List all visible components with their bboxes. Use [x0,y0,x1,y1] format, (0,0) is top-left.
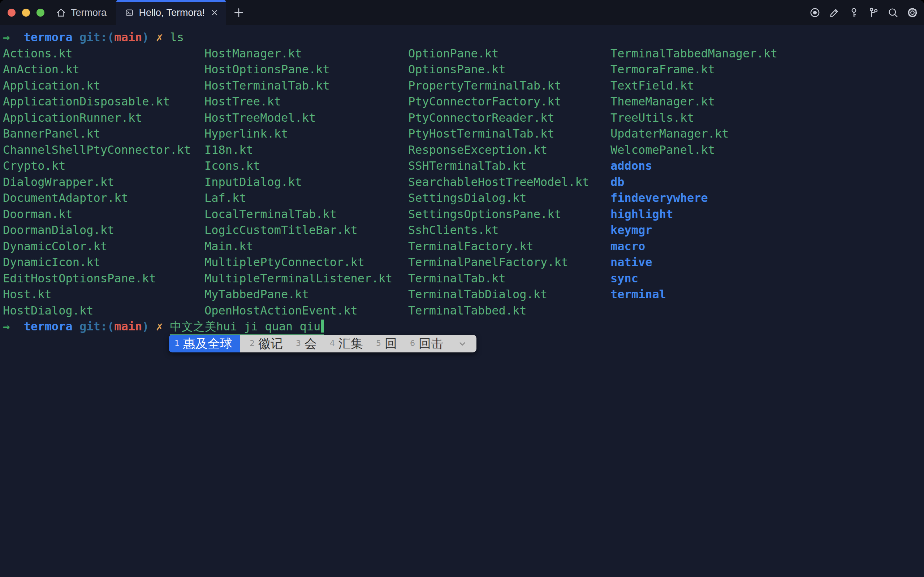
file-item: HostDialog.kt [3,303,191,319]
file-item: Application.kt [3,77,191,94]
termora-window: Termora Hello, Termora! [0,0,924,577]
file-item: DialogWrapper.kt [3,174,191,190]
prompt-arrow: → [3,30,10,44]
ls-column-3: OptionPane.ktOptionsPane.ktPropertyTermi… [408,45,589,319]
ime-more-button[interactable] [452,338,470,349]
file-item: TerminalPanelFactory.kt [408,254,589,271]
ime-composition: 中文之美hui ji quan qiu [170,319,324,335]
search-button[interactable] [887,7,899,18]
file-item: BannerPanel.kt [3,126,191,142]
candidate-text: 徽记 [258,335,283,352]
pencil-icon [829,7,840,18]
dir-item: keymgr [610,222,777,238]
window-controls [0,0,48,25]
git-branch-name: main [114,30,142,44]
ime-candidate[interactable]: 6回击 [406,335,448,352]
candidate-number: 4 [330,335,335,352]
dir-item: findeverywhere [610,190,777,206]
zoom-window-button[interactable] [37,9,44,17]
candidate-number: 6 [410,335,415,352]
git-branch-icon [868,7,879,18]
file-item: Main.kt [205,238,392,255]
file-item: LogicCustomTitleBar.kt [205,222,392,238]
gear-icon [907,7,918,18]
home-icon [56,7,66,18]
ime-candidate[interactable]: 4汇集 [326,335,368,352]
dir-item: terminal [610,286,777,303]
ime-candidate[interactable]: 2徽记 [245,335,287,352]
file-item: DoormanDialog.kt [3,222,191,238]
ime-candidate-selected[interactable]: 1 惠及全球 [169,335,240,352]
git-dirty-mark: ✗ [156,319,163,333]
candidate-number: 5 [376,335,381,352]
file-item: PtyConnectorReader.kt [408,110,589,126]
file-item: ApplicationRunner.kt [3,110,191,126]
terminal-cursor [321,319,324,332]
tab-close-button[interactable] [210,8,219,17]
ime-candidate[interactable]: 5回 [372,335,401,352]
ls-column-4: TerminalTabbedManager.ktTermoraFrame.ktT… [610,45,777,303]
search-icon [887,7,899,18]
dir-item: addons [610,158,777,174]
file-item: MyTabbedPane.kt [205,286,392,303]
tab-hello-termora[interactable]: Hello, Termora! [116,0,226,25]
file-item: TerminalTabbed.kt [408,303,589,319]
file-item: OptionPane.kt [408,45,589,62]
git-dirty-mark: ✗ [156,30,163,44]
dir-item: macro [610,238,777,255]
keymgr-button[interactable] [868,7,879,18]
file-item: AnAction.kt [3,61,191,77]
file-item: Crypto.kt [3,158,191,174]
file-item: Actions.kt [3,45,191,62]
file-item: HostOptionsPane.kt [205,61,392,77]
file-item: Hyperlink.kt [205,126,392,142]
new-tab-button[interactable] [233,6,245,19]
file-item: DocumentAdaptor.kt [3,190,191,206]
keys-button[interactable] [848,7,860,18]
file-item: SearchableHostTreeModel.kt [408,174,589,190]
file-item: EditHostOptionsPane.kt [3,271,191,287]
tab-label: Hello, Termora! [139,7,205,18]
record-button[interactable] [809,7,821,18]
file-item: InputDialog.kt [205,174,392,190]
ls-output: Actions.ktAnAction.ktApplication.ktAppli… [3,45,924,319]
toolbar [809,0,924,25]
file-item: DynamicIcon.kt [3,254,191,271]
composition-cjk: 中文之美 [170,319,216,333]
terminal-screen[interactable]: → termora git:(main) ✗ ls Actions.ktAnAc… [0,25,924,577]
record-icon [809,7,821,18]
plus-icon [233,6,245,19]
settings-button[interactable] [907,7,918,18]
home-tab-label: Termora [71,7,106,18]
file-item: WelcomePanel.kt [610,142,777,158]
file-item: Host.kt [3,286,191,303]
ime-candidate-bar: 1 惠及全球 2徽记3会4汇集5回6回击 [169,335,476,352]
file-item: HostTree.kt [205,93,392,110]
file-item: HostTreeModel.kt [205,110,392,126]
minimize-window-button[interactable] [22,9,30,17]
close-window-button[interactable] [8,9,16,17]
command-ls: ls [170,30,184,44]
file-item: Doorman.kt [3,206,191,222]
file-item: OptionsPane.kt [408,61,589,77]
candidate-number: 2 [250,335,255,352]
git-prefix: git:( [79,30,114,44]
git-suffix: ) [142,319,149,333]
file-item: ThemeManager.kt [610,93,777,110]
prompt-dir: termora [24,30,73,44]
file-item: SettingsDialog.kt [408,190,589,206]
dir-item: native [610,254,777,271]
file-item: ResponseException.kt [408,142,589,158]
git-suffix: ) [142,30,149,44]
file-item: Laf.kt [205,190,392,206]
home-tab[interactable]: Termora [48,0,116,25]
prompt-line-1: → termora git:(main) ✗ ls [3,29,924,45]
file-item: ChannelShellPtyConnector.kt [3,142,191,158]
file-item: HostManager.kt [205,45,392,62]
file-item: TerminalTab.kt [408,271,589,287]
edit-button[interactable] [829,7,840,18]
ime-candidate[interactable]: 3会 [292,335,321,352]
file-item: SettingsOptionsPane.kt [408,206,589,222]
file-item: SSHTerminalTab.kt [408,158,589,174]
file-item: TerminalTabDialog.kt [408,286,589,303]
